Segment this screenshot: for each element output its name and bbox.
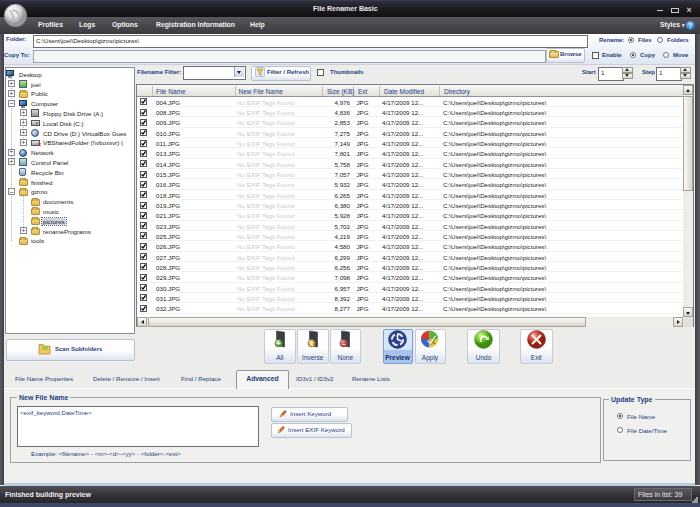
svg-text:x: x: [309, 340, 313, 347]
svg-text:+: +: [276, 340, 280, 347]
svg-text:–: –: [342, 340, 346, 347]
